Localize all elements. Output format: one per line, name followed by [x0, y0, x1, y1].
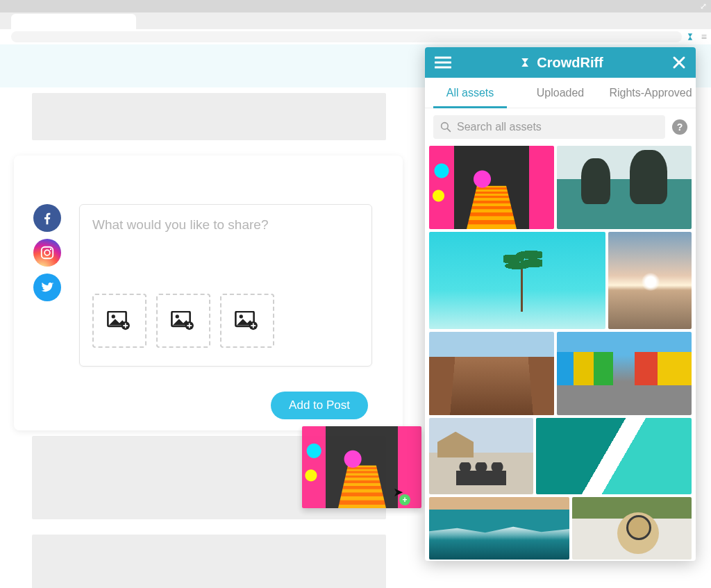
asset-thumbnail[interactable] [557, 332, 692, 415]
panel-brand: CrowdRiff [520, 55, 603, 71]
browser-tab-bar [0, 12, 711, 29]
browser-menu-icon[interactable]: ≡ [701, 32, 707, 42]
panel-menu-button[interactable] [435, 56, 451, 69]
help-button[interactable]: ? [672, 119, 687, 135]
asset-thumbnail[interactable] [608, 232, 692, 329]
facebook-icon [40, 210, 55, 226]
asset-thumbnail[interactable] [536, 418, 692, 494]
panel-close-button[interactable] [672, 56, 686, 69]
image-slot[interactable] [156, 294, 210, 348]
asset-thumbnail[interactable] [429, 232, 605, 329]
tab-rights-approved[interactable]: Rights-Approved [605, 78, 696, 108]
facebook-button[interactable] [33, 204, 61, 232]
hamburger-icon [435, 56, 451, 69]
tab-all-assets[interactable]: All assets [425, 78, 515, 108]
asset-thumbnail[interactable] [429, 497, 569, 560]
svg-point-2 [50, 249, 51, 250]
svg-point-7 [176, 314, 179, 318]
panel-header: CrowdRiff [425, 47, 696, 78]
compose-placeholder: What would you like to share? [92, 217, 359, 233]
instagram-icon [40, 245, 55, 260]
dragging-thumbnail[interactable]: ➤ + [302, 426, 421, 508]
placeholder-block [32, 93, 386, 140]
asset-thumbnail[interactable] [429, 418, 533, 494]
browser-toolbar: ≡ [0, 29, 711, 44]
expand-icon[interactable]: ⤢ [700, 1, 707, 11]
image-slot[interactable] [220, 294, 274, 348]
close-icon [672, 56, 686, 69]
browser-titlebar: ⤢ [0, 0, 711, 12]
drag-add-badge-icon: + [399, 494, 410, 505]
social-buttons [33, 204, 61, 301]
crowdriff-logo-icon [520, 56, 533, 69]
twitter-button[interactable] [33, 274, 61, 301]
asset-thumbnail[interactable] [557, 146, 692, 229]
composer-card: What would you like to share? Add to Pos… [14, 156, 403, 430]
placeholder-block [32, 535, 386, 588]
asset-thumbnail[interactable] [572, 497, 692, 560]
image-add-icon [107, 311, 132, 330]
image-add-icon [171, 311, 196, 330]
svg-point-12 [442, 123, 449, 130]
instagram-button[interactable] [33, 239, 61, 267]
add-to-post-button[interactable]: Add to Post [271, 392, 368, 419]
twitter-icon [40, 280, 55, 295]
asset-thumbnail[interactable] [429, 332, 554, 415]
image-slot[interactable] [92, 294, 147, 348]
tab-uploaded[interactable]: Uploaded [515, 78, 605, 108]
panel-tabs: All assets Uploaded Rights-Approved [425, 78, 696, 108]
svg-point-4 [112, 314, 115, 318]
svg-point-10 [240, 314, 243, 318]
search-input[interactable]: Search all assets [433, 115, 665, 139]
svg-point-1 [44, 250, 50, 255]
browser-tab[interactable] [11, 14, 136, 29]
search-icon [440, 121, 451, 133]
url-bar[interactable] [11, 31, 682, 42]
crowdriff-panel: CrowdRiff All assets Uploaded Rights-App… [425, 47, 696, 561]
panel-brand-label: CrowdRiff [537, 55, 603, 71]
asset-thumbnail[interactable] [429, 146, 554, 229]
search-row: Search all assets ? [425, 108, 696, 146]
search-placeholder: Search all assets [457, 121, 542, 133]
image-add-icon [235, 311, 260, 330]
compose-box[interactable]: What would you like to share? [79, 204, 372, 367]
asset-gallery [425, 146, 696, 561]
image-drop-slots [92, 294, 359, 348]
crowdriff-extension-icon[interactable] [686, 31, 697, 42]
